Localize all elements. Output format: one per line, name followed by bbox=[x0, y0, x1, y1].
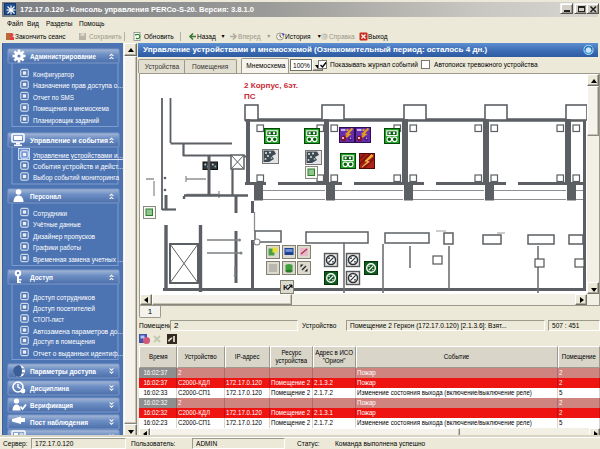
svg-text:Доступ посетителей: Доступ посетителей bbox=[33, 304, 95, 313]
svg-text:Доступ сотрудников: Доступ сотрудников bbox=[33, 293, 95, 302]
svg-text:Графики работы: Графики работы bbox=[33, 243, 81, 252]
svg-text:Верификация: Верификация bbox=[30, 401, 73, 410]
svg-text:Назначение прав доступа о...: Назначение прав доступа о... bbox=[33, 81, 123, 90]
svg-text:2 Корпус, 6эт.: 2 Корпус, 6эт. bbox=[244, 81, 298, 90]
svg-text:Управление устройствами и...: Управление устройствами и... bbox=[33, 151, 123, 160]
svg-text:?: ? bbox=[323, 33, 327, 40]
svg-text:Персонал: Персонал bbox=[30, 192, 61, 201]
svg-text:Автозамена параметров до...: Автозамена параметров до... bbox=[33, 327, 123, 336]
svg-text:Помещения и мнемосхема: Помещения и мнемосхема bbox=[33, 104, 109, 113]
svg-text:События устройств и дейст...: События устройств и дейст... bbox=[33, 162, 123, 171]
svg-text:Конфигуратор: Конфигуратор bbox=[33, 70, 74, 79]
svg-text:Доступ: Доступ bbox=[30, 273, 53, 282]
svg-text:Дизайнер пропусков: Дизайнер пропусков bbox=[33, 232, 95, 241]
svg-text:Учётные данные: Учётные данные bbox=[33, 220, 81, 229]
svg-text:Доступ в помещения: Доступ в помещения bbox=[33, 337, 95, 346]
svg-text:Управление и события: Управление и события bbox=[30, 136, 108, 145]
svg-text:Дисциплина: Дисциплина bbox=[30, 384, 69, 393]
svg-text:Сотрудники: Сотрудники bbox=[33, 209, 67, 218]
svg-text:Временная замена учетных ...: Временная замена учетных ... bbox=[33, 255, 123, 264]
svg-text:Выбор событий мониторинга: Выбор событий мониторинга bbox=[33, 173, 119, 182]
svg-text:Планировщик заданий: Планировщик заданий bbox=[33, 116, 99, 125]
svg-text:Отчет о выданных идентиф...: Отчет о выданных идентиф... bbox=[33, 349, 123, 358]
svg-text:Пост наблюдения: Пост наблюдения bbox=[30, 418, 88, 427]
svg-text:Параметры доступа: Параметры доступа bbox=[30, 367, 96, 376]
svg-text:K: K bbox=[283, 283, 289, 292]
svg-text:ПС: ПС bbox=[244, 92, 256, 101]
svg-text:СТОП-лист: СТОП-лист bbox=[33, 315, 64, 324]
svg-text:Отчет по SMS: Отчет по SMS bbox=[33, 93, 74, 102]
svg-text:Администрирование: Администрирование bbox=[30, 52, 96, 61]
